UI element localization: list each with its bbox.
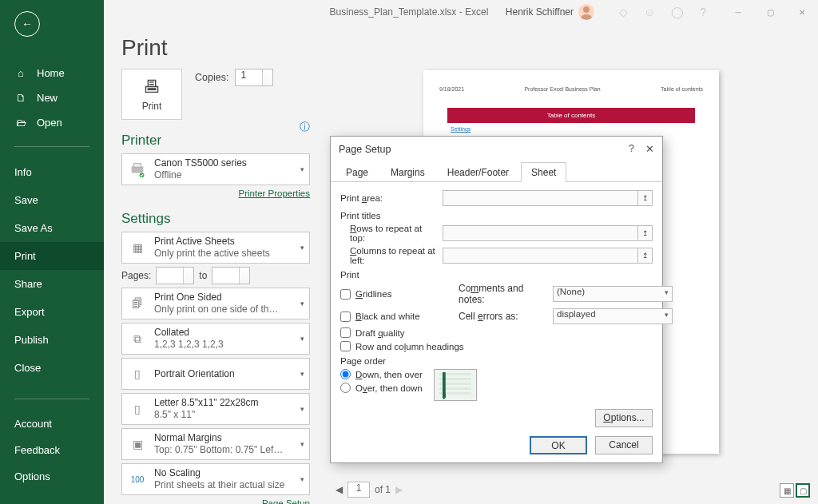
collated-select[interactable]: ⧉ Collated1,2,3 1,2,3 1,2,3 xyxy=(121,323,310,355)
nav-info[interactable]: Info xyxy=(0,158,104,186)
nav-new[interactable]: 🗋New xyxy=(0,85,104,110)
printer-heading: Printer xyxy=(121,133,310,149)
row-col-headings-checkbox[interactable]: Row and column headings xyxy=(340,341,673,351)
page-order-label: Page order xyxy=(340,356,653,366)
preview-title: Table of contents xyxy=(447,108,695,123)
preview-link: Settings xyxy=(451,126,703,132)
preview-date: 9/18/2021 xyxy=(439,86,464,92)
cols-repeat-label: Columns to repeat at left: xyxy=(340,246,436,265)
sheet-icon: ▦ xyxy=(127,236,148,260)
page-order-diagram xyxy=(434,369,477,401)
zoom-to-page-toggle[interactable]: ▢ xyxy=(796,483,810,498)
pager-next-button[interactable]: ▶ xyxy=(395,484,403,495)
nav-print[interactable]: Print xyxy=(0,242,104,270)
nav-open[interactable]: 🗁Open xyxy=(0,110,104,135)
nav-save-as[interactable]: Save As xyxy=(0,214,104,242)
dialog-title: Page Setup xyxy=(339,144,391,155)
nav-feedback[interactable]: Feedback xyxy=(0,437,104,463)
nav-share[interactable]: Share xyxy=(0,270,104,298)
pages-label: Pages: xyxy=(121,270,151,281)
close-window-button[interactable]: ✕ xyxy=(786,0,818,24)
margins-select[interactable]: ▣ Normal MarginsTop: 0.75" Bottom: 0.75"… xyxy=(121,428,310,460)
errors-label: Cell errors as: xyxy=(459,311,546,322)
doc-title: Business_Plan_Template.xlsx - Excel xyxy=(330,6,489,18)
nav-home[interactable]: ⌂Home xyxy=(0,61,104,85)
doc-icon: 🗋 xyxy=(14,92,27,104)
dialog-close-button[interactable]: ✕ xyxy=(645,143,654,155)
help-icon[interactable]: ? xyxy=(700,6,706,18)
copies-stepper[interactable]: 1▲▼ xyxy=(235,69,273,86)
home-icon: ⌂ xyxy=(14,67,27,79)
pager-prev-button[interactable]: ◀ xyxy=(336,484,343,495)
print-what-select[interactable]: ▦ Print Active SheetsOnly print the acti… xyxy=(121,232,310,264)
dialog-tabs: Page Margins Header/Footer Sheet xyxy=(331,161,662,182)
comments-select[interactable]: (None) xyxy=(553,286,673,302)
over-down-radio[interactable]: Over, then down xyxy=(340,383,423,393)
print-group-label: Print xyxy=(340,270,653,280)
draft-quality-checkbox[interactable]: Draft quality xyxy=(340,327,452,338)
errors-select[interactable]: displayed xyxy=(553,308,673,324)
user-icon[interactable]: ◯ xyxy=(671,6,684,18)
nav-close[interactable]: Close xyxy=(0,354,104,382)
back-button[interactable]: ← xyxy=(14,11,40,37)
page-icon: 🗐 xyxy=(127,292,148,315)
dialog-help-button[interactable]: ? xyxy=(629,143,634,155)
print-area-label: Print area: xyxy=(340,193,436,203)
info-icon[interactable]: ⓘ xyxy=(300,120,310,134)
account-user[interactable]: Henrik Schiffner xyxy=(506,4,594,20)
tab-sheet[interactable]: Sheet xyxy=(521,162,566,182)
range-picker-icon[interactable]: ↥ xyxy=(637,248,652,263)
portrait-icon: ▯ xyxy=(127,362,148,386)
nav-save[interactable]: Save xyxy=(0,186,104,214)
title-icons: ◇ ☺ ◯ ? xyxy=(619,6,706,18)
pages-to-stepper[interactable]: ▲▼ xyxy=(212,267,250,284)
pager-current-input[interactable]: 1 xyxy=(347,482,370,498)
folder-icon: 🗁 xyxy=(14,117,27,129)
face-icon[interactable]: ☺ xyxy=(644,6,655,18)
svg-rect-1 xyxy=(133,164,141,168)
page-heading: Print xyxy=(121,35,800,61)
collate-icon: ⧉ xyxy=(127,327,148,351)
paper-icon: ▯ xyxy=(127,397,148,421)
page-setup-link[interactable]: Page Setup xyxy=(121,498,310,504)
ok-button[interactable]: OK xyxy=(530,436,587,454)
print-area-input[interactable]: ↥ xyxy=(443,190,653,206)
gridlines-checkbox[interactable]: Gridlines xyxy=(340,289,452,300)
paper-select[interactable]: ▯ Letter 8.5"x11" 22x28cm8.5" x 11" xyxy=(121,393,310,425)
cancel-button[interactable]: Cancel xyxy=(595,436,653,454)
range-picker-icon[interactable]: ↥ xyxy=(637,191,652,205)
sides-select[interactable]: 🗐 Print One SidedOnly print on one side … xyxy=(121,288,310,319)
orientation-select[interactable]: ▯ Portrait Orientation xyxy=(121,358,310,390)
window-controls: ─ ▢ ✕ xyxy=(722,0,818,24)
nav-options[interactable]: Options xyxy=(0,463,104,490)
title-bar: Business_Plan_Template.xlsx - Excel Henr… xyxy=(0,0,818,24)
rows-repeat-label: Rows to repeat at top: xyxy=(340,224,436,243)
options-button[interactable]: Options... xyxy=(595,409,653,427)
nav-export[interactable]: Export xyxy=(0,298,104,326)
scaling-select[interactable]: 100 No ScalingPrint sheets at their actu… xyxy=(121,463,310,495)
rows-repeat-input[interactable]: ↥ xyxy=(443,225,653,241)
diamond-icon[interactable]: ◇ xyxy=(619,6,628,18)
printer-properties-link[interactable]: Printer Properties xyxy=(121,189,310,198)
cols-repeat-input[interactable]: ↥ xyxy=(443,248,653,264)
tab-header-footer[interactable]: Header/Footer xyxy=(437,162,519,182)
tab-page[interactable]: Page xyxy=(336,162,379,182)
nav-account[interactable]: Account xyxy=(0,411,104,437)
preview-right: Table of contents xyxy=(661,86,703,92)
nav-publish[interactable]: Publish xyxy=(0,326,104,354)
preview-center: Professor Excel Business Plan xyxy=(524,86,600,92)
minimize-button[interactable]: ─ xyxy=(722,0,754,24)
printer-icon: 🖶 xyxy=(143,77,161,97)
printer-select[interactable]: Canon TS5000 series Offline xyxy=(121,153,310,185)
tab-margins[interactable]: Margins xyxy=(380,162,435,182)
print-button[interactable]: 🖶 Print xyxy=(121,69,182,120)
maximize-button[interactable]: ▢ xyxy=(754,0,786,24)
black-white-checkbox[interactable]: Black and white xyxy=(340,312,452,322)
range-picker-icon[interactable]: ↥ xyxy=(637,226,652,240)
show-margins-toggle[interactable]: ▦ xyxy=(780,483,794,498)
backstage-sidebar: ← ⌂Home 🗋New 🗁Open Info Save Save As Pri… xyxy=(0,0,104,504)
pages-from-stepper[interactable]: ▲▼ xyxy=(156,267,194,284)
margins-icon: ▣ xyxy=(127,432,148,456)
down-over-radio[interactable]: Down, then over xyxy=(340,369,423,379)
comments-label: Comments and notes: xyxy=(459,283,546,305)
